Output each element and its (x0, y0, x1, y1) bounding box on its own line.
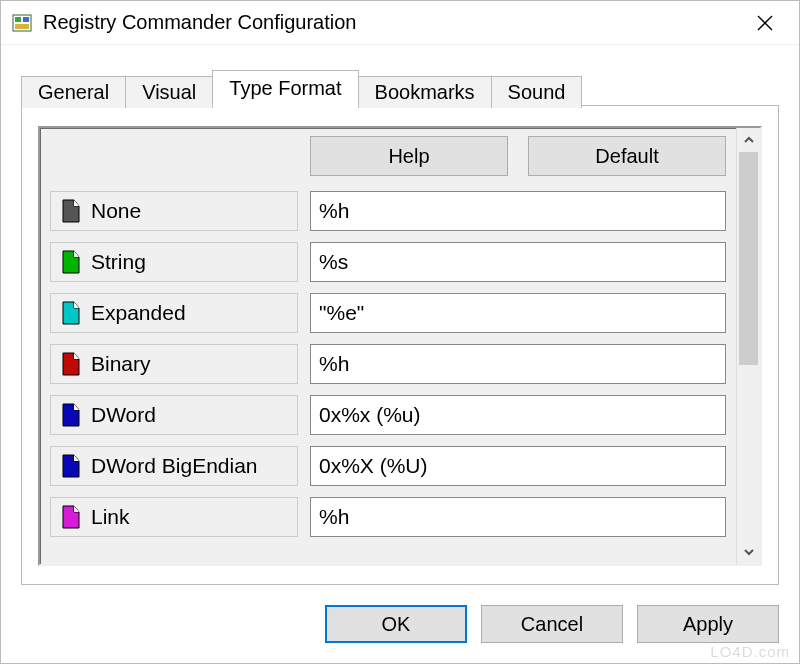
format-input-link[interactable] (310, 497, 726, 537)
page-icon (61, 250, 81, 274)
tabpanel-type-format: Help Default NoneStringExpandedBinaryDWo… (21, 105, 779, 585)
row-none: None (50, 190, 726, 232)
svg-rect-3 (15, 24, 29, 29)
cancel-button[interactable]: Cancel (481, 605, 623, 643)
label-text: String (91, 250, 146, 274)
row-binary: Binary (50, 343, 726, 385)
label-binary: Binary (50, 344, 298, 384)
label-text: DWord (91, 403, 156, 427)
label-text: Link (91, 505, 130, 529)
row-dword: DWord (50, 394, 726, 436)
tab-sound[interactable]: Sound (491, 76, 583, 108)
row-link: Link (50, 496, 726, 538)
label-dword-bigendian: DWord BigEndian (50, 446, 298, 486)
row-string: String (50, 241, 726, 283)
tab-bookmarks[interactable]: Bookmarks (358, 76, 492, 108)
page-icon (61, 403, 81, 427)
tab-type-format[interactable]: Type Format (212, 70, 358, 106)
page-icon (61, 505, 81, 529)
label-dword: DWord (50, 395, 298, 435)
row-dword-bigendian: DWord BigEndian (50, 445, 726, 487)
scroll-thumb[interactable] (739, 152, 758, 365)
tabstrip: General Visual Type Format Bookmarks Sou… (21, 65, 779, 105)
tab-general[interactable]: General (21, 76, 126, 108)
format-input-string[interactable] (310, 242, 726, 282)
app-icon (11, 12, 33, 34)
titlebar: Registry Commander Configuration (1, 1, 799, 45)
help-button[interactable]: Help (310, 136, 508, 176)
scrollbar[interactable] (736, 128, 760, 564)
close-button[interactable] (737, 1, 793, 45)
label-text: DWord BigEndian (91, 454, 258, 478)
scroll-area: Help Default NoneStringExpandedBinaryDWo… (40, 128, 736, 564)
row-expanded: Expanded (50, 292, 726, 334)
top-buttons: Help Default (310, 136, 726, 176)
ok-button[interactable]: OK (325, 605, 467, 643)
page-icon (61, 352, 81, 376)
page-icon (61, 454, 81, 478)
scroll-down-icon[interactable] (737, 540, 760, 564)
tab-visual[interactable]: Visual (125, 76, 213, 108)
label-text: Expanded (91, 301, 186, 325)
label-string: String (50, 242, 298, 282)
page-icon (61, 199, 81, 223)
scroll-up-icon[interactable] (737, 128, 760, 152)
label-text: Binary (91, 352, 151, 376)
label-expanded: Expanded (50, 293, 298, 333)
format-input-none[interactable] (310, 191, 726, 231)
label-none: None (50, 191, 298, 231)
page-icon (61, 301, 81, 325)
content: General Visual Type Format Bookmarks Sou… (1, 45, 799, 663)
scroll-track[interactable] (737, 152, 760, 540)
label-text: None (91, 199, 141, 223)
format-input-expanded[interactable] (310, 293, 726, 333)
format-input-dword-bigendian[interactable] (310, 446, 726, 486)
tabpanel-frame: Help Default NoneStringExpandedBinaryDWo… (38, 126, 762, 566)
svg-rect-2 (23, 17, 29, 22)
format-input-binary[interactable] (310, 344, 726, 384)
format-input-dword[interactable] (310, 395, 726, 435)
label-link: Link (50, 497, 298, 537)
svg-rect-1 (15, 17, 21, 22)
default-button[interactable]: Default (528, 136, 726, 176)
window-title: Registry Commander Configuration (43, 11, 737, 34)
format-rows: NoneStringExpandedBinaryDWordDWord BigEn… (50, 190, 726, 538)
config-window: Registry Commander Configuration General… (0, 0, 800, 664)
apply-button[interactable]: Apply (637, 605, 779, 643)
dialog-buttons: OK Cancel Apply (21, 585, 779, 663)
